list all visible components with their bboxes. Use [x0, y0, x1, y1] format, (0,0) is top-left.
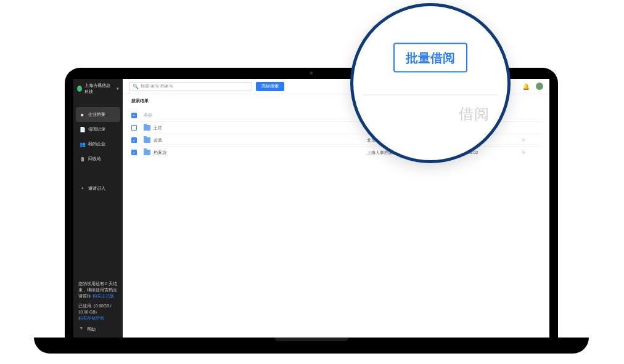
row-name: 蓝草	[154, 137, 162, 144]
checkbox[interactable]	[131, 125, 137, 131]
sidebar-item-label: 回收站	[88, 156, 101, 162]
org-switcher[interactable]: 上海吉视信息科技 ▾	[73, 79, 123, 99]
checkbox-all[interactable]: −	[131, 113, 137, 118]
row-name: 王红	[154, 125, 162, 131]
checkbox[interactable]: ✓	[131, 137, 137, 143]
sidebar-item-label: 我的企业	[88, 141, 105, 147]
borrow-label: 借阅	[363, 95, 498, 124]
advanced-search-button[interactable]: 高级搜索	[256, 82, 284, 91]
help-button[interactable]: ? 帮助	[78, 326, 118, 335]
help-label: 帮助	[87, 326, 96, 333]
invite-label: 邀请进入	[88, 185, 105, 192]
magnifier-lens: 批量借阅 借阅	[350, 3, 511, 163]
name-cell[interactable]: 王红	[144, 125, 363, 131]
sidebar-item-label: 企业档案	[88, 111, 105, 118]
upgrade-link[interactable]: 购买正式版	[92, 294, 114, 298]
help-icon: ?	[78, 326, 84, 332]
row-action-icon[interactable]: ⎘	[522, 137, 541, 143]
search-input[interactable]: 🔍 标题 案号 档案号	[129, 82, 252, 91]
folder-icon	[144, 137, 150, 143]
avatar[interactable]	[536, 83, 543, 90]
bell-icon[interactable]: 🔔	[522, 83, 530, 90]
table-row[interactable]: ✓ 档案袋 上海人事档案/档案袋 2020.04.07 08:02 ⎘	[131, 146, 541, 158]
search-placeholder: 标题 案号 档案号	[141, 83, 173, 89]
folder-icon	[144, 150, 150, 155]
org-name: 上海吉视信息科技	[84, 83, 114, 95]
sidebar: 上海吉视信息科技 ▾ ■ 企业档案 📄 借阅记录 👥 我的企业 🗑	[73, 79, 123, 339]
sidebar-item-archives[interactable]: ■ 企业档案	[76, 107, 120, 122]
sidebar-item-borrow-log[interactable]: 📄 借阅记录	[73, 122, 123, 137]
checkbox[interactable]: ✓	[131, 150, 137, 155]
sidebar-nav: ■ 企业档案 📄 借阅记录 👥 我的企业 🗑 回收站	[73, 107, 123, 166]
topbar-right: 🔔	[522, 83, 543, 90]
row-action-icon[interactable]: ⎘	[522, 150, 541, 155]
sidebar-item-my-company[interactable]: 👥 我的企业	[73, 137, 123, 152]
invite-button[interactable]: + 邀请进入	[73, 181, 123, 196]
trash-icon: 🗑	[80, 156, 85, 162]
chevron-down-icon: ▾	[117, 86, 119, 91]
archive-box-icon: ■	[80, 112, 85, 118]
quota-text: 已使用（0.00GB / 10.00 GB）	[78, 303, 118, 315]
laptop-base	[34, 338, 589, 354]
sidebar-item-trash[interactable]: 🗑 回收站	[73, 152, 123, 166]
batch-borrow-button[interactable]: 批量借阅	[393, 43, 467, 73]
plus-icon: +	[80, 185, 85, 191]
document-icon: 📄	[80, 127, 85, 132]
name-cell[interactable]: 档案袋	[144, 150, 363, 156]
col-name: 名称	[144, 112, 363, 118]
search-icon: 🔍	[133, 84, 139, 89]
folder-icon	[144, 125, 150, 131]
row-name: 档案袋	[154, 150, 166, 156]
lens-content: 批量借阅 借阅	[363, 43, 498, 124]
name-cell[interactable]: 蓝草	[144, 137, 363, 144]
org-logo-icon	[77, 86, 82, 92]
camera-dot	[310, 71, 313, 75]
buy-storage-link[interactable]: 购买存储空间	[78, 315, 118, 322]
sidebar-footer: 您的试用还有 0 天结束，继续使用吉档云请前往 购买正式版 已使用（0.00GB…	[73, 277, 123, 339]
users-icon: 👥	[80, 142, 85, 147]
storage-quota: 已使用（0.00GB / 10.00 GB） 购买存储空间	[78, 303, 118, 322]
sidebar-item-label: 借阅记录	[88, 126, 105, 132]
